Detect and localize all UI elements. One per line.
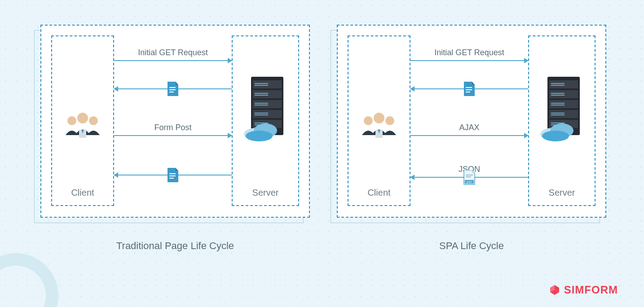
- doc-icon: [167, 168, 179, 183]
- flow-response-1: [410, 88, 528, 89]
- flow-form-post: Form Post: [114, 123, 232, 136]
- flow-label: Initial GET Request: [434, 48, 504, 57]
- client-node: Client: [348, 35, 410, 206]
- server-node: Server: [232, 35, 299, 206]
- panel-frame: Client Server Initial GET Request: [337, 25, 606, 218]
- server-node: Server: [528, 35, 595, 206]
- flow-response-1: [114, 88, 232, 89]
- flow-label: AJAX: [459, 123, 479, 132]
- flow-json: JSON: [410, 165, 528, 178]
- client-label: Client: [367, 188, 390, 198]
- background-arc-decoration: [0, 253, 58, 307]
- flow-response-2: [114, 175, 232, 175]
- panel-frame: Client Server Initial GET Request: [40, 25, 310, 218]
- arrow-lane: Initial GET Request Form Post: [114, 35, 232, 207]
- users-icon: [60, 108, 105, 140]
- brand-text: SIMFORM: [564, 284, 618, 296]
- users-icon: [357, 108, 401, 140]
- panel-traditional: Client Server Initial GET Request: [40, 25, 310, 252]
- server-label: Server: [252, 188, 279, 198]
- arrow-left-icon: [410, 177, 528, 178]
- flow-initial-get: Initial GET Request: [114, 48, 232, 61]
- flow-initial-get: Initial GET Request: [410, 48, 528, 61]
- arrow-right-icon: [114, 60, 232, 61]
- arrow-lane: Initial GET Request AJAX JSON: [410, 35, 528, 207]
- panel-caption: Traditional Page Life Cycle: [40, 240, 310, 252]
- panel-caption: SPA Life Cycle: [337, 240, 606, 252]
- simform-mark-icon: [549, 284, 560, 296]
- arrow-right-icon: [410, 135, 528, 136]
- server-icon: [241, 77, 290, 144]
- brand-logo: SIMFORM: [549, 284, 618, 296]
- client-node: Client: [51, 35, 114, 206]
- client-label: Client: [71, 188, 94, 198]
- arrow-left-icon: [114, 175, 232, 175]
- server-label: Server: [549, 188, 575, 198]
- arrow-right-icon: [410, 60, 528, 61]
- panel-spa: Client Server Initial GET Request: [337, 25, 606, 252]
- flow-label: Form Post: [154, 123, 191, 132]
- doc-icon: [463, 82, 476, 97]
- json-icon: [463, 170, 476, 185]
- diagram-stage: Client Server Initial GET Request: [0, 0, 644, 252]
- arrow-left-icon: [114, 88, 232, 89]
- arrow-right-icon: [114, 135, 232, 136]
- doc-icon: [167, 82, 179, 97]
- arrow-left-icon: [410, 88, 528, 89]
- flow-label: Initial GET Request: [138, 48, 208, 57]
- server-icon: [537, 77, 587, 144]
- flow-ajax: AJAX: [410, 123, 528, 136]
